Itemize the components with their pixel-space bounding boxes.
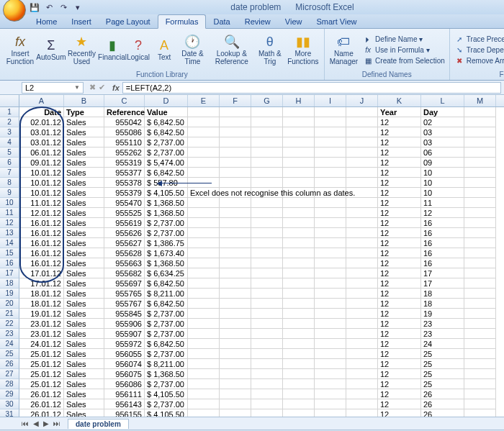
cell-E1[interactable]: [188, 107, 220, 117]
cell-G6[interactable]: [251, 158, 283, 168]
cell-I1[interactable]: [315, 107, 346, 117]
cell-C20[interactable]: 955767: [104, 299, 145, 309]
cell-A30[interactable]: 26.01.12: [19, 399, 64, 409]
trace-dependents-button[interactable]: ➘Trace Dependents: [453, 45, 504, 55]
select-all-corner[interactable]: [0, 95, 19, 106]
more-functions-button[interactable]: ▮▮More Functions: [285, 35, 321, 66]
cell-L8[interactable]: 10: [421, 178, 464, 188]
cell-L30[interactable]: 26: [421, 399, 464, 409]
cell-J24[interactable]: [346, 339, 378, 349]
cell-C2[interactable]: 955042: [104, 117, 145, 127]
cell-F21[interactable]: [220, 309, 251, 319]
cell-B6[interactable]: Sales: [64, 158, 104, 168]
cell-I3[interactable]: [315, 127, 346, 137]
cell-E4[interactable]: [188, 137, 220, 148]
cell-M30[interactable]: [464, 399, 496, 409]
cell-D20[interactable]: $ 6,842.50: [145, 299, 188, 309]
cell-D25[interactable]: $ 2,737.00: [145, 349, 188, 359]
cell-C28[interactable]: 956086: [104, 379, 145, 389]
cell-A1[interactable]: Date: [19, 107, 64, 117]
cell-H27[interactable]: [283, 369, 315, 379]
row-header[interactable]: 5: [0, 148, 19, 158]
cell-B29[interactable]: Sales: [64, 389, 104, 399]
cell-K10[interactable]: 12: [378, 198, 421, 208]
cell-F15[interactable]: [220, 248, 251, 258]
cell-I13[interactable]: [315, 228, 346, 238]
cell-I7[interactable]: [315, 168, 346, 178]
cell-A13[interactable]: 16.01.12: [19, 228, 64, 238]
column-header-G[interactable]: G: [251, 95, 283, 106]
cell-J1[interactable]: [346, 107, 378, 117]
cell-H7[interactable]: [283, 168, 315, 178]
cell-E29[interactable]: [188, 389, 220, 399]
row-header[interactable]: 11: [0, 208, 19, 218]
cell-B14[interactable]: Sales: [64, 238, 104, 248]
cell-J25[interactable]: [346, 349, 378, 359]
cell-E12[interactable]: [188, 218, 220, 228]
remove-arrows-button[interactable]: ✖Remove Arrows▾: [453, 56, 504, 66]
cell-H23[interactable]: [283, 329, 315, 339]
cell-E6[interactable]: [188, 158, 220, 168]
row-header[interactable]: 26: [0, 359, 19, 369]
column-header-H[interactable]: H: [283, 95, 315, 106]
cell-L3[interactable]: 03: [421, 127, 464, 137]
cell-K15[interactable]: 12: [378, 248, 421, 258]
cell-G26[interactable]: [251, 359, 283, 369]
cell-H19[interactable]: [283, 289, 315, 299]
cell-D9[interactable]: $ 4,105.50: [145, 188, 188, 198]
cell-M13[interactable]: [464, 228, 496, 238]
row-header[interactable]: 10: [0, 198, 19, 208]
row-header[interactable]: 7: [0, 168, 19, 178]
cell-G31[interactable]: [251, 409, 283, 417]
cell-B19[interactable]: Sales: [64, 289, 104, 299]
cell-C4[interactable]: 955110: [104, 137, 145, 148]
cell-B28[interactable]: Sales: [64, 379, 104, 389]
cell-G22[interactable]: [251, 319, 283, 329]
cell-H8[interactable]: [283, 178, 315, 188]
text-button[interactable]: AText: [152, 38, 176, 62]
cell-L29[interactable]: 26: [421, 389, 464, 399]
cell-I28[interactable]: [315, 379, 346, 389]
cell-M3[interactable]: [464, 127, 496, 137]
cell-E21[interactable]: [188, 309, 220, 319]
cell-L31[interactable]: 26: [421, 409, 464, 417]
cell-A4[interactable]: 03.01.12: [19, 137, 64, 148]
cell-M5[interactable]: [464, 148, 496, 158]
tab-formulas[interactable]: Formulas: [158, 14, 207, 29]
cell-J23[interactable]: [346, 329, 378, 339]
cell-H15[interactable]: [283, 248, 315, 258]
cell-L26[interactable]: 25: [421, 359, 464, 369]
cell-D2[interactable]: $ 6,842.50: [145, 117, 188, 127]
cell-H18[interactable]: [283, 278, 315, 289]
tab-home[interactable]: Home: [29, 15, 64, 28]
cell-B7[interactable]: Sales: [64, 168, 104, 178]
cell-C16[interactable]: 955663: [104, 258, 145, 268]
cell-J2[interactable]: [346, 117, 378, 127]
cell-M14[interactable]: [464, 238, 496, 248]
cell-J19[interactable]: [346, 289, 378, 299]
cancel-icon[interactable]: ✖: [89, 83, 96, 92]
cell-M28[interactable]: [464, 379, 496, 389]
cell-H11[interactable]: [283, 208, 315, 218]
cell-E24[interactable]: [188, 339, 220, 349]
cell-C15[interactable]: 955628: [104, 248, 145, 258]
next-sheet-icon[interactable]: ▶: [42, 419, 50, 427]
cell-B8[interactable]: Sales: [64, 178, 104, 188]
cell-G25[interactable]: [251, 349, 283, 359]
cell-F18[interactable]: [220, 278, 251, 289]
cell-K23[interactable]: 12: [378, 329, 421, 339]
cell-K22[interactable]: 12: [378, 319, 421, 329]
row-header[interactable]: 6: [0, 158, 19, 168]
cell-K1[interactable]: Year: [378, 107, 421, 117]
cell-A10[interactable]: 11.01.12: [19, 198, 64, 208]
cell-C12[interactable]: 955619: [104, 218, 145, 228]
cell-L17[interactable]: 17: [421, 268, 464, 278]
cell-E28[interactable]: [188, 379, 220, 389]
cell-E7[interactable]: [188, 168, 220, 178]
cell-B12[interactable]: Sales: [64, 218, 104, 228]
cell-G23[interactable]: [251, 329, 283, 339]
cell-K17[interactable]: 12: [378, 268, 421, 278]
cell-F7[interactable]: [220, 168, 251, 178]
cell-D23[interactable]: $ 2,737.00: [145, 329, 188, 339]
cell-C13[interactable]: 955626: [104, 228, 145, 238]
